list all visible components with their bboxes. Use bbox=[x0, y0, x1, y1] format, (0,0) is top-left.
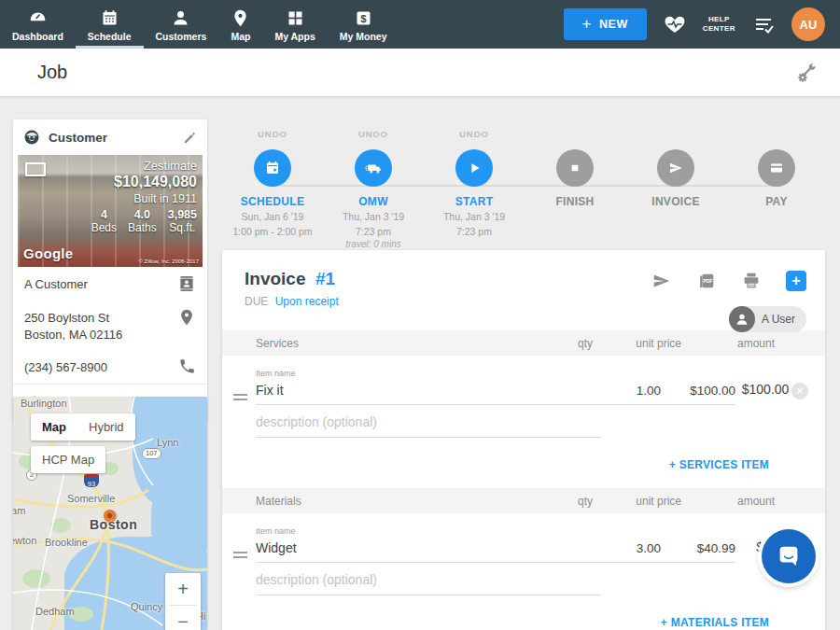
step-omw-label: OMW bbox=[323, 195, 424, 208]
step-schedule: UNDO SCHEDULE Sun, Jan 6 '19 1:00 pm - 2… bbox=[222, 129, 323, 238]
invoice-title: Invoice bbox=[245, 269, 305, 288]
phone-icon[interactable] bbox=[178, 357, 196, 375]
money-icon: $ bbox=[354, 8, 373, 28]
step-pay-button[interactable] bbox=[758, 149, 795, 187]
step-omw-undo[interactable]: UNDO bbox=[323, 129, 424, 144]
nav-my-apps[interactable]: My Apps bbox=[262, 0, 327, 49]
services-qty-input[interactable] bbox=[601, 382, 661, 405]
chat-fab-button[interactable] bbox=[762, 529, 816, 583]
help-center-link[interactable]: HELP CENTER bbox=[703, 15, 735, 35]
user-avatar[interactable]: AU bbox=[791, 7, 825, 41]
step-schedule-undo[interactable]: UNDO bbox=[222, 129, 323, 144]
map-label-newton: Newton bbox=[13, 535, 36, 546]
services-item-row: Item name $100.00 ✕ bbox=[222, 356, 825, 405]
nav-dashboard[interactable]: Dashboard bbox=[0, 0, 76, 49]
step-finish: FINISH bbox=[525, 129, 625, 208]
remove-item-icon[interactable]: ✕ bbox=[791, 383, 808, 399]
hcp-map-button[interactable]: HCP Map bbox=[31, 446, 105, 473]
map-zoom-out-button[interactable]: − bbox=[165, 606, 201, 630]
map-type-hybrid-button[interactable]: Hybrid bbox=[77, 413, 135, 441]
step-omw-button[interactable] bbox=[355, 149, 392, 187]
materials-add-row: + MATERIALS ITEM bbox=[222, 595, 825, 630]
task-list-icon[interactable] bbox=[752, 13, 775, 35]
step-pay-label: PAY bbox=[726, 195, 827, 208]
customer-name: A Customer bbox=[24, 274, 170, 293]
nav-customers[interactable]: Customers bbox=[144, 0, 219, 49]
schedule-icon bbox=[100, 8, 119, 28]
materials-item-name-label: Item name bbox=[256, 526, 601, 536]
send-icon bbox=[667, 160, 684, 176]
materials-section-header: Materials qty unit price amount bbox=[222, 488, 825, 513]
step-invoice-label: INVOICE bbox=[625, 195, 726, 208]
services-unit-price-cell bbox=[661, 382, 735, 405]
step-schedule-date: Sun, Jan 6 '19 bbox=[222, 210, 323, 223]
services-qty-cell bbox=[601, 382, 661, 405]
step-invoice-button[interactable] bbox=[657, 149, 694, 187]
nav-map[interactable]: Map bbox=[218, 0, 262, 49]
services-unit-price-input[interactable] bbox=[661, 382, 735, 405]
help-center-line1: HELP bbox=[703, 15, 735, 24]
step-schedule-button[interactable] bbox=[254, 149, 291, 187]
job-workflow-steps: UNDO SCHEDULE Sun, Jan 6 '19 1:00 pm - 2… bbox=[222, 129, 827, 246]
materials-item-row: Item name $122. bbox=[222, 513, 825, 563]
new-button[interactable]: + NEW bbox=[564, 8, 647, 40]
location-pin-icon[interactable] bbox=[177, 308, 196, 327]
services-item-name-input[interactable] bbox=[256, 381, 601, 405]
nav-customers-label: Customers bbox=[156, 31, 207, 42]
step-omw: UNDO OMW Thu, Jan 3 '19 7:23 pm travel: … bbox=[323, 129, 424, 249]
job-tools-icon[interactable] bbox=[795, 62, 818, 84]
services-col-qty: qty bbox=[527, 337, 593, 350]
job-header-bar: Job bbox=[0, 49, 840, 97]
due-value-link[interactable]: Upon receipt bbox=[275, 295, 339, 308]
services-description-row bbox=[222, 405, 825, 438]
step-schedule-time: 1:00 pm - 2:00 pm bbox=[222, 225, 323, 238]
nav-my-money[interactable]: $ My Money bbox=[328, 0, 399, 49]
contact-card-icon[interactable] bbox=[177, 274, 196, 293]
step-finish-button[interactable] bbox=[556, 149, 594, 187]
pdf-icon[interactable]: PDF bbox=[696, 271, 717, 291]
health-heart-icon[interactable] bbox=[664, 13, 686, 35]
map-type-map-button[interactable]: Map bbox=[31, 413, 77, 441]
invoice-add-button[interactable]: + bbox=[786, 271, 806, 291]
materials-qty-input[interactable] bbox=[601, 539, 661, 563]
print-icon[interactable] bbox=[741, 271, 762, 291]
customers-icon bbox=[171, 8, 190, 28]
apps-grid-icon bbox=[286, 8, 305, 28]
map-widget[interactable]: Burlington Lynn 107 2 93 Somerville ham … bbox=[13, 397, 207, 630]
send-invoice-icon[interactable] bbox=[651, 271, 672, 291]
step-start-undo[interactable]: UNDO bbox=[424, 129, 525, 144]
property-photo[interactable]: Zestimate $10,149,080 Built in 1911 4Bed… bbox=[18, 155, 203, 267]
materials-item-name-input[interactable] bbox=[256, 539, 601, 563]
play-icon bbox=[466, 160, 483, 176]
nav-schedule-label: Schedule bbox=[88, 31, 132, 42]
materials-description-input[interactable] bbox=[256, 568, 601, 595]
services-item-main: Item name bbox=[256, 369, 601, 405]
map-zoom-control: + − bbox=[165, 573, 201, 630]
step-start-button[interactable] bbox=[455, 149, 493, 187]
add-services-item-link[interactable]: + SERVICES ITEM bbox=[669, 458, 769, 471]
drag-handle-icon[interactable] bbox=[233, 391, 247, 403]
top-nav: Dashboard Schedule Customers Map My Apps… bbox=[0, 0, 840, 49]
drag-handle-icon[interactable] bbox=[233, 549, 247, 561]
step-schedule-label: SCHEDULE bbox=[222, 195, 323, 208]
edit-pencil-icon[interactable] bbox=[182, 130, 198, 146]
map-label-brookline: Brookline bbox=[45, 537, 88, 548]
nav-my-apps-label: My Apps bbox=[274, 31, 315, 42]
nav-right: + NEW HELP CENTER AU bbox=[564, 0, 840, 49]
materials-unit-price-input[interactable] bbox=[661, 539, 735, 563]
assignee-chip[interactable]: A User bbox=[729, 306, 806, 332]
invoice-number[interactable]: #1 bbox=[315, 269, 335, 288]
plus-icon: + bbox=[582, 15, 592, 34]
customer-address: 250 Boylston StBoston, MA 02116 bbox=[24, 308, 170, 343]
nav-schedule[interactable]: Schedule bbox=[76, 0, 144, 49]
services-description-input[interactable] bbox=[256, 411, 601, 438]
invoice-header: Invoice #1 DUE Upon receipt PDF + A User bbox=[222, 250, 825, 321]
map-zoom-in-button[interactable]: + bbox=[165, 573, 201, 605]
chat-bubble-icon bbox=[775, 542, 803, 570]
step-omw-time: 7:23 pm bbox=[323, 225, 424, 238]
zestimate-overlay: Zestimate $10,149,080 Built in 1911 4Bed… bbox=[91, 159, 197, 234]
customer-card-header: Customer bbox=[13, 119, 207, 155]
sqft-value: 3,985 bbox=[168, 208, 197, 221]
assignee-name: A User bbox=[762, 313, 795, 326]
add-materials-item-link[interactable]: + MATERIALS ITEM bbox=[661, 616, 769, 629]
